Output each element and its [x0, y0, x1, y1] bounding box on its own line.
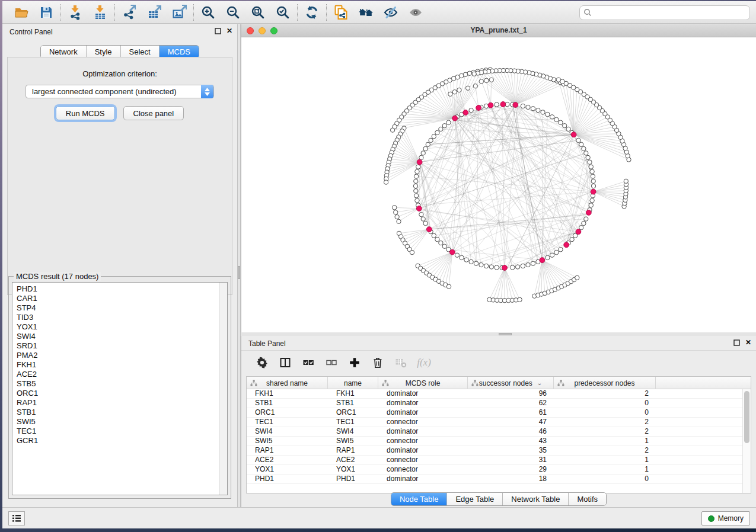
table-cell[interactable]: FKH1 — [247, 389, 328, 399]
mcds-result-item[interactable]: CAR1 — [17, 294, 227, 303]
table-cell[interactable]: connector — [378, 456, 468, 465]
open-file-icon[interactable] — [12, 4, 30, 21]
tab-mcds[interactable]: MCDS — [160, 46, 199, 58]
table-cell[interactable]: 29 — [468, 465, 554, 475]
mcds-result-item[interactable]: PHD1 — [17, 284, 227, 294]
table-scrollbar-thumb[interactable] — [744, 391, 749, 443]
table-cell[interactable]: 2 — [554, 446, 656, 456]
table-cell[interactable]: ORC1 — [328, 408, 378, 418]
optimization-criterion-select[interactable]: largest connected component (undirected) — [25, 85, 214, 98]
tab-motifs[interactable]: Motifs — [569, 493, 606, 505]
task-history-button[interactable] — [8, 511, 25, 525]
close-panel-button[interactable]: Close panel — [123, 106, 184, 120]
table-cell[interactable]: PHD1 — [247, 475, 328, 484]
first-neighbors-icon[interactable] — [357, 4, 375, 21]
table-cell[interactable]: SWI5 — [247, 437, 328, 446]
mcds-result-item[interactable]: TEC1 — [17, 427, 227, 436]
float-table-panel-icon[interactable] — [733, 339, 740, 346]
table-cell[interactable]: connector — [378, 465, 468, 475]
mcds-result-item[interactable]: ACE2 — [17, 370, 227, 379]
mcds-result-item[interactable]: ORC1 — [17, 389, 227, 398]
table-cell[interactable]: 0 — [554, 408, 656, 418]
table-cell[interactable]: 35 — [468, 446, 554, 456]
table-cell[interactable]: PHD1 — [328, 475, 378, 484]
table-row[interactable]: STB1STB1dominator620 — [247, 399, 742, 408]
table-cell[interactable]: YOX1 — [247, 465, 328, 475]
column-header-predecessor-nodes[interactable]: predecessor nodes — [554, 377, 656, 389]
column-header-name[interactable]: name — [328, 377, 378, 389]
network-canvas[interactable] — [241, 37, 756, 332]
table-cell[interactable]: 31 — [468, 456, 554, 465]
mcds-result-item[interactable]: SRD1 — [17, 341, 227, 351]
mcds-result-item[interactable]: RAP1 — [17, 398, 227, 408]
table-cell[interactable]: 96 — [468, 389, 554, 399]
tab-node-table[interactable]: Node Table — [391, 493, 448, 505]
table-scrollbar[interactable] — [742, 389, 751, 493]
deselect-all-icon[interactable] — [325, 356, 338, 369]
tab-style[interactable]: Style — [87, 46, 121, 58]
mcds-result-item[interactable]: TID3 — [17, 313, 227, 322]
table-row[interactable]: ACE2ACE2connector311 — [247, 456, 742, 465]
duplicate-network-icon[interactable] — [332, 4, 350, 21]
table-cell[interactable]: dominator — [378, 399, 468, 408]
table-cell[interactable]: dominator — [378, 389, 468, 399]
tab-select[interactable]: Select — [121, 46, 160, 58]
table-cell[interactable]: dominator — [378, 427, 468, 437]
table-row[interactable]: TEC1TEC1connector472 — [247, 418, 742, 427]
column-header-MCDS-role[interactable]: MCDS role — [378, 377, 468, 389]
table-cell[interactable]: STB1 — [247, 399, 328, 408]
delete-column-icon[interactable] — [371, 356, 384, 369]
table-cell[interactable]: 2 — [554, 389, 656, 399]
import-network-icon[interactable] — [66, 4, 84, 21]
table-cell[interactable]: 2 — [554, 418, 656, 427]
table-cell[interactable]: RAP1 — [328, 446, 378, 456]
window-minimize-button[interactable] — [259, 27, 266, 34]
horizontal-splitter-grip[interactable] — [499, 333, 512, 335]
export-network-icon[interactable] — [120, 4, 138, 21]
zoom-in-icon[interactable] — [199, 4, 217, 21]
table-cell[interactable]: 47 — [468, 418, 554, 427]
tab-edge-table[interactable]: Edge Table — [447, 493, 503, 505]
tab-network-table[interactable]: Network Table — [503, 493, 569, 505]
column-header-successor-nodes[interactable]: successor nodes⌄ — [468, 377, 554, 389]
table-cell[interactable]: 46 — [468, 427, 554, 437]
table-cell[interactable]: 0 — [554, 399, 656, 408]
table-settings-icon[interactable] — [256, 356, 269, 369]
tab-network[interactable]: Network — [41, 46, 87, 58]
close-table-panel-icon[interactable]: ✕ — [745, 339, 751, 346]
export-table-icon[interactable] — [145, 4, 163, 21]
mcds-result-item[interactable]: SWI5 — [17, 417, 227, 427]
table-cell[interactable]: STB1 — [328, 399, 378, 408]
float-panel-icon[interactable] — [215, 28, 221, 34]
mcds-result-item[interactable]: FKH1 — [17, 360, 227, 370]
table-cell[interactable]: 0 — [554, 475, 656, 484]
table-cell[interactable]: RAP1 — [247, 446, 328, 456]
table-cell[interactable]: SWI5 — [328, 437, 378, 446]
table-row[interactable]: ORC1ORC1dominator610 — [247, 408, 742, 418]
table-cell[interactable]: SWI4 — [247, 427, 328, 437]
table-cell[interactable]: YOX1 — [328, 465, 378, 475]
zoom-selected-icon[interactable] — [274, 4, 292, 21]
column-header-shared-name[interactable]: shared name — [247, 377, 328, 389]
table-cell[interactable]: TEC1 — [247, 418, 328, 427]
table-cell[interactable]: 1 — [554, 456, 656, 465]
add-column-icon[interactable] — [348, 356, 361, 369]
table-cell[interactable]: 18 — [468, 475, 554, 484]
window-close-button[interactable] — [247, 27, 254, 34]
vertical-splitter-grip[interactable] — [238, 266, 240, 279]
table-cell[interactable]: 2 — [554, 427, 656, 437]
table-cell[interactable]: 1 — [554, 465, 656, 475]
table-cell[interactable]: 61 — [468, 408, 554, 418]
table-cell[interactable]: 62 — [468, 399, 554, 408]
table-cell[interactable]: SWI4 — [328, 427, 378, 437]
table-cell[interactable]: dominator — [378, 475, 468, 484]
mcds-list-scrollbar[interactable] — [219, 283, 227, 495]
export-image-icon[interactable] — [170, 4, 188, 21]
table-cell[interactable]: 43 — [468, 437, 554, 446]
table-row[interactable]: RAP1RAP1dominator352 — [247, 446, 742, 456]
zoom-out-icon[interactable] — [224, 4, 242, 21]
table-cell[interactable]: TEC1 — [328, 418, 378, 427]
search-input[interactable] — [579, 5, 750, 20]
table-row[interactable]: FKH1FKH1dominator962 — [247, 389, 742, 399]
run-mcds-button[interactable]: Run MCDS — [56, 106, 115, 120]
